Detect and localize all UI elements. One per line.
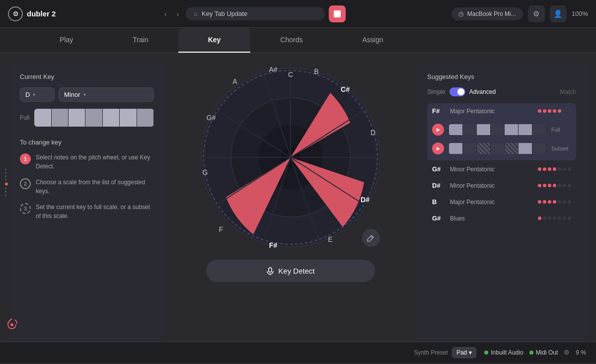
dot — [558, 217, 561, 220]
match-dots-1 — [538, 167, 571, 171]
inbuilt-audio-label: Inbuilt Audio — [491, 349, 523, 356]
key-root-dropdown[interactable]: D ▾ — [20, 87, 55, 102]
step-1-text: Select notes on the pitch wheel, or use … — [36, 153, 154, 171]
play-subset-button[interactable]: ▶ — [432, 143, 444, 154]
piano-key-1 — [34, 109, 51, 127]
suggested-scale-name-0: Major Pentatonic — [450, 108, 534, 115]
logo-icon: ⊙ — [8, 6, 23, 21]
piano-key-3 — [69, 109, 85, 127]
dot — [548, 167, 551, 171]
scale-options-0: ▶ Full ▶ — [432, 122, 571, 156]
svg-text:F#: F# — [269, 241, 278, 249]
dot — [553, 184, 556, 187]
mode-toggle-group: Simple Advanced — [427, 87, 496, 96]
dot — [548, 217, 551, 220]
step-1-number: 1 — [20, 153, 31, 164]
suggested-item-3[interactable]: B Major Pentatonic — [427, 194, 576, 210]
suggested-item-1[interactable]: G# Minor Pentatonic — [427, 161, 576, 177]
tab-assign[interactable]: Assign — [332, 28, 413, 53]
step-2-text: Choose a scale from the list of suggeste… — [36, 178, 154, 196]
top-bar-center: ‹ › ⌂ Key Tab Update — [62, 5, 445, 22]
key-detect-button[interactable]: Key Detect — [206, 260, 375, 282]
preset-selector[interactable]: Pad ▾ — [452, 347, 476, 358]
mode-advanced-label: Advanced — [469, 88, 496, 95]
scale-full-label: Full — [551, 127, 571, 133]
dot — [538, 200, 541, 204]
dot — [538, 109, 541, 113]
dot — [553, 109, 556, 113]
synth-preset-label: Synth Preset — [414, 349, 448, 356]
key-controls: D ▾ Minor ▾ — [20, 87, 154, 102]
dot — [563, 109, 566, 113]
volume-percent: 9 % — [576, 349, 586, 356]
suggested-item-4[interactable]: G# Blues — [427, 211, 576, 226]
svg-text:A: A — [232, 77, 237, 85]
profile-button[interactable]: 👤 — [550, 5, 567, 22]
main-content: Current Key D ▾ Minor ▾ Full T — [0, 53, 596, 342]
suggested-item-0[interactable]: F# Major Pentatonic ▶ — [427, 103, 576, 160]
suggested-key-name-2: D# — [432, 182, 446, 189]
chevron-down-icon: ▾ — [83, 92, 86, 97]
piano-key-7 — [137, 109, 154, 127]
match-dots-0 — [538, 109, 571, 113]
top-bar: ⊙ dubler 2 ‹ › ⌂ Key Tab Update ◷ MacBoo… — [0, 0, 596, 28]
midi-out-status: Midi Out — [529, 349, 558, 356]
dot — [563, 167, 566, 171]
key-scale-dropdown[interactable]: Minor ▾ — [59, 87, 154, 102]
dot — [553, 167, 556, 171]
microphone-icon — [266, 267, 274, 275]
edit-button[interactable] — [362, 229, 380, 247]
play-full-button[interactable]: ▶ — [432, 124, 444, 136]
app-name: dubler 2 — [27, 9, 56, 18]
tab-key[interactable]: Key — [178, 28, 251, 53]
settings-button[interactable]: ⚙ — [528, 5, 545, 22]
svg-text:C: C — [288, 71, 293, 78]
pitch-wheel-svg[interactable]: C C# D D# E F# F G G# A A# B — [196, 63, 385, 252]
page-title: Key Tab Update — [202, 10, 247, 17]
device-name: MacBook Pro Mi... — [467, 10, 516, 17]
suggested-key-name-0: F# — [432, 107, 446, 115]
suggested-keys-list: F# Major Pentatonic ▶ — [427, 103, 576, 226]
device-selector[interactable]: ◷ MacBook Pro Mi... — [451, 7, 523, 20]
suggested-item-row-0: F# Major Pentatonic — [432, 107, 571, 115]
nav-back-button[interactable]: ‹ — [161, 8, 170, 20]
instructions-title: To change key — [20, 139, 154, 146]
dot — [548, 200, 551, 204]
record-button[interactable] — [329, 5, 346, 22]
chevron-down-icon: ▾ — [33, 92, 35, 97]
suggested-scale-name-4: Blues — [450, 215, 534, 222]
status-indicators: Inbuilt Audio Midi Out ⚙ 9 % — [484, 349, 586, 356]
nav-forward-button[interactable]: › — [174, 8, 182, 20]
inbuilt-audio-dot — [484, 351, 488, 355]
step-3-text: Set the current key to full scale, or a … — [36, 203, 154, 220]
svg-point-29 — [10, 323, 13, 326]
suggested-scale-name-1: Minor Pentatonic — [450, 166, 534, 173]
match-dots-3 — [538, 200, 571, 204]
volume-gear-icon[interactable]: ⚙ — [564, 349, 570, 356]
suggested-key-name-3: B — [432, 198, 446, 206]
tab-chords[interactable]: Chords — [250, 28, 332, 53]
tab-play[interactable]: Play — [30, 28, 103, 53]
tab-train[interactable]: Train — [103, 28, 178, 53]
mini-piano-full — [449, 124, 546, 135]
preset-value: Pad — [456, 349, 467, 356]
svg-rect-27 — [269, 268, 272, 272]
suggested-key-name-4: G# — [432, 215, 446, 222]
svg-text:A#: A# — [269, 66, 277, 73]
url-bar: ⌂ Key Tab Update — [186, 7, 325, 20]
suggested-scale-name-2: Minor Pentatonic — [450, 182, 534, 189]
dot — [558, 167, 561, 171]
suggested-scale-name-3: Major Pentatonic — [450, 199, 534, 206]
piano-key-4 — [85, 109, 102, 127]
dot — [538, 184, 541, 187]
mode-toggle-switch[interactable] — [449, 87, 465, 96]
suggested-item-2[interactable]: D# Minor Pentatonic — [427, 178, 576, 193]
step-2-number: 2 — [20, 178, 31, 189]
instruction-2: 2 Choose a scale from the list of sugges… — [20, 178, 154, 196]
dot — [568, 217, 571, 220]
suggested-keys-title: Suggested Keys — [427, 73, 576, 80]
dot — [558, 200, 561, 204]
piano-label: Full — [20, 114, 29, 121]
current-key-title: Current Key — [20, 73, 154, 80]
dot — [553, 217, 556, 220]
